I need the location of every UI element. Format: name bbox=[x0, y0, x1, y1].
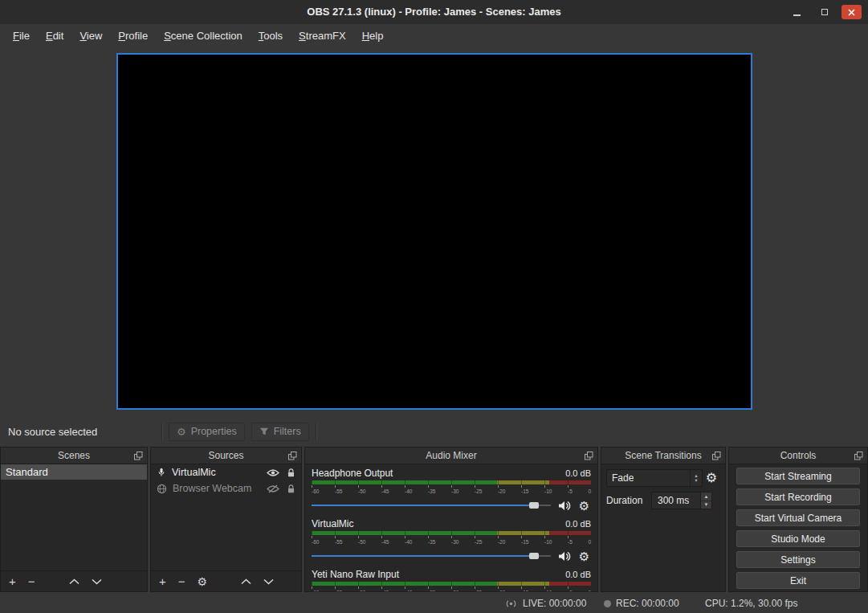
popout-icon[interactable] bbox=[134, 452, 143, 460]
scale-label: -50 bbox=[358, 488, 365, 495]
slider-fill bbox=[312, 555, 534, 557]
minimize-icon bbox=[793, 14, 801, 16]
settings-button[interactable]: Settings bbox=[736, 551, 860, 568]
controls-header: Controls bbox=[729, 447, 867, 464]
no-source-label: No source selected bbox=[8, 426, 97, 438]
popout-icon[interactable] bbox=[585, 452, 593, 460]
menu-bar: File Edit View Profile Scene Collection … bbox=[0, 24, 868, 47]
scale-label: -30 bbox=[451, 590, 458, 591]
mixer-gear-icon[interactable]: ⚙ bbox=[577, 550, 591, 562]
live-time: LIVE: 00:00:00 bbox=[523, 598, 586, 609]
properties-label: Properties bbox=[191, 426, 237, 437]
menu-profile[interactable]: Profile bbox=[110, 27, 156, 45]
transition-select[interactable]: Fade ▲ ▼ bbox=[606, 469, 703, 487]
combo-spinner-icon[interactable]: ▲ ▼ bbox=[690, 470, 702, 486]
duration-increment-button[interactable]: ▲ bbox=[701, 492, 711, 501]
popout-icon[interactable] bbox=[712, 452, 721, 460]
filters-button[interactable]: Filters bbox=[251, 423, 309, 441]
maximize-button[interactable] bbox=[814, 5, 834, 19]
start-recording-button[interactable]: Start Recording bbox=[736, 488, 860, 505]
slider-handle[interactable] bbox=[529, 502, 539, 509]
studio-mode-button[interactable]: Studio Mode bbox=[736, 530, 860, 547]
preview-canvas[interactable] bbox=[116, 53, 752, 410]
scene-transitions-title: Scene Transitions bbox=[625, 450, 701, 461]
minimize-button[interactable] bbox=[787, 5, 807, 19]
scale-label: -5 bbox=[568, 539, 573, 546]
scenes-header: Scenes bbox=[1, 447, 147, 464]
menu-help[interactable]: Help bbox=[354, 27, 392, 45]
scale-label: -5 bbox=[568, 590, 573, 591]
lock-icon[interactable] bbox=[287, 468, 295, 478]
move-scene-up-button[interactable] bbox=[69, 578, 79, 585]
sources-header: Sources bbox=[151, 447, 301, 464]
menu-file[interactable]: File bbox=[5, 27, 38, 45]
close-button[interactable] bbox=[842, 5, 862, 19]
move-scene-down-button[interactable] bbox=[92, 578, 102, 585]
volume-slider[interactable] bbox=[312, 550, 551, 562]
properties-button[interactable]: ⚙ Properties bbox=[169, 423, 245, 441]
slider-fill bbox=[312, 505, 534, 506]
move-source-up-button[interactable] bbox=[241, 578, 251, 585]
mixer-db-value: 0.0 dB bbox=[565, 468, 591, 478]
scale-label: -45 bbox=[381, 539, 389, 546]
source-name: VirtualMic bbox=[172, 467, 261, 478]
mixer-db-value: 0.0 dB bbox=[565, 519, 591, 529]
scale-label: -15 bbox=[521, 488, 528, 495]
add-source-button[interactable]: + bbox=[159, 575, 166, 587]
controls-title: Controls bbox=[780, 450, 817, 461]
mute-button[interactable] bbox=[557, 501, 571, 511]
remove-source-button[interactable]: − bbox=[178, 575, 185, 587]
scale-label: -10 bbox=[544, 590, 552, 591]
move-source-down-button[interactable] bbox=[263, 578, 274, 585]
scale-label: -25 bbox=[475, 488, 482, 495]
duration-decrement-button[interactable]: ▼ bbox=[701, 501, 711, 509]
globe-icon bbox=[157, 484, 167, 494]
menu-edit[interactable]: Edit bbox=[38, 27, 71, 45]
audio-mixer-panel: Audio Mixer Headphone Output 0.0 dB -60-… bbox=[304, 447, 598, 592]
duration-spinbox[interactable]: 300 ms ▲ ▼ bbox=[651, 492, 712, 509]
scene-item-standard[interactable]: Standard bbox=[1, 464, 147, 480]
menu-tools[interactable]: Tools bbox=[251, 27, 291, 45]
scale-label: -45 bbox=[381, 590, 389, 591]
visibility-eye-off-icon[interactable] bbox=[267, 484, 279, 493]
scale-label: -10 bbox=[544, 488, 552, 495]
title-bar: OBS 27.1.3 (linux) - Profile: James - Sc… bbox=[0, 0, 868, 24]
transition-gear-icon[interactable]: ⚙ bbox=[703, 472, 720, 484]
scene-name: Standard bbox=[6, 466, 48, 478]
mute-button[interactable] bbox=[557, 551, 571, 562]
source-properties-gear-icon[interactable]: ⚙ bbox=[198, 576, 208, 587]
popout-icon[interactable] bbox=[288, 452, 297, 460]
start-streaming-button[interactable]: Start Streaming bbox=[736, 468, 860, 484]
transition-selected-value: Fade bbox=[607, 470, 690, 486]
add-scene-button[interactable]: + bbox=[9, 575, 16, 587]
popout-icon[interactable] bbox=[854, 452, 863, 460]
scale-label: -20 bbox=[498, 488, 505, 495]
source-row-browser-webcam[interactable]: Browser Webcam bbox=[151, 480, 301, 497]
mixer-yeti-nano-raw-input: Yeti Nano Raw Input 0.0 dB -60-55-50-45-… bbox=[312, 569, 591, 591]
source-row-virtualmic[interactable]: VirtualMic bbox=[151, 464, 301, 480]
scale-label: -15 bbox=[521, 539, 528, 546]
menu-streamfx[interactable]: StreamFX bbox=[291, 27, 354, 45]
toolbar-separator bbox=[161, 423, 162, 440]
lock-icon[interactable] bbox=[287, 484, 295, 494]
visibility-eye-icon[interactable] bbox=[267, 468, 279, 477]
scene-transitions-panel: Scene Transitions Fade ▲ ▼ ⚙ Duration 30… bbox=[601, 447, 726, 592]
volume-slider[interactable] bbox=[312, 499, 551, 512]
exit-button[interactable]: Exit bbox=[736, 572, 860, 589]
scale-label: -20 bbox=[498, 590, 505, 591]
window-title: OBS 27.1.3 (linux) - Profile: James - Sc… bbox=[0, 0, 868, 24]
mixer-gear-icon[interactable]: ⚙ bbox=[577, 500, 591, 512]
cpu-fps-stats: CPU: 1.2%, 30.00 fps bbox=[705, 598, 797, 609]
slider-handle[interactable] bbox=[529, 553, 539, 559]
scale-label: -60 bbox=[312, 539, 319, 546]
menu-scene-collection[interactable]: Scene Collection bbox=[156, 27, 251, 45]
source-name: Browser Webcam bbox=[173, 483, 261, 494]
menu-view[interactable]: View bbox=[71, 27, 110, 45]
start-virtual-camera-button[interactable]: Start Virtual Camera bbox=[736, 509, 860, 526]
meter-ticks bbox=[312, 586, 591, 589]
scale-label: -25 bbox=[475, 539, 482, 546]
mixer-name: Yeti Nano Raw Input bbox=[312, 569, 399, 580]
filter-icon bbox=[259, 427, 269, 436]
chevron-up-icon bbox=[241, 578, 251, 585]
remove-scene-button[interactable]: − bbox=[28, 575, 35, 587]
